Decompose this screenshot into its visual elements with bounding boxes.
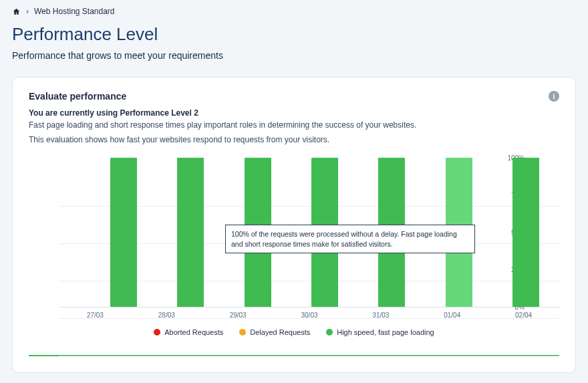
page-subtitle: Performance that grows to meet your requ… bbox=[12, 50, 576, 61]
performance-chart: 0% 25% 50% 75% 100% 27/0328/0329/0330/03… bbox=[29, 158, 559, 356]
chart-tooltip: 100% of the requests were processed with… bbox=[225, 225, 475, 253]
swatch-green-icon bbox=[326, 329, 333, 336]
bar-slot[interactable] bbox=[90, 158, 157, 307]
info-icon[interactable]: i bbox=[549, 91, 559, 102]
legend-aborted: Aborted Requests bbox=[154, 328, 223, 336]
legend-delayed: Delayed Requests bbox=[239, 328, 310, 336]
chevron-right-icon: › bbox=[26, 7, 29, 16]
performance-card: Evaluate performance i You are currently… bbox=[12, 77, 576, 373]
legend-fast: High speed, fast page loading bbox=[326, 328, 434, 336]
chart-legend: Aborted Requests Delayed Requests High s… bbox=[29, 328, 559, 336]
card-title: Evaluate performance bbox=[29, 91, 126, 102]
x-tick: 27/03 bbox=[59, 307, 131, 319]
x-tick: 30/03 bbox=[274, 307, 345, 319]
home-icon[interactable] bbox=[12, 7, 21, 16]
legend-aborted-label: Aborted Requests bbox=[164, 328, 223, 336]
swatch-red-icon bbox=[154, 329, 160, 336]
bar[interactable] bbox=[512, 158, 539, 307]
legend-fast-label: High speed, fast page loading bbox=[337, 328, 434, 336]
x-tick: 29/03 bbox=[202, 307, 274, 319]
breadcrumb: › Web Hosting Standard bbox=[12, 7, 576, 16]
page-title: Performance Level bbox=[12, 24, 576, 45]
x-tick: 01/04 bbox=[416, 307, 488, 319]
bar-slot[interactable] bbox=[157, 158, 224, 307]
chart-x-axis: 27/0328/0329/0330/0331/0301/0402/04 bbox=[59, 307, 559, 319]
breadcrumb-page[interactable]: Web Hosting Standard bbox=[34, 7, 115, 16]
bar-slot[interactable] bbox=[492, 158, 559, 307]
bar[interactable] bbox=[110, 158, 137, 307]
swatch-orange-icon bbox=[239, 329, 246, 336]
card-description-1: Fast page loading and short response tim… bbox=[29, 120, 559, 130]
x-tick: 31/03 bbox=[345, 307, 416, 319]
bar[interactable] bbox=[177, 158, 204, 307]
card-description-2: This evaluation shows how fast your webs… bbox=[29, 135, 559, 144]
x-tick: 28/03 bbox=[131, 307, 202, 319]
performance-level-line: You are currently using Performance Leve… bbox=[29, 108, 559, 118]
legend-delayed-label: Delayed Requests bbox=[250, 328, 310, 336]
